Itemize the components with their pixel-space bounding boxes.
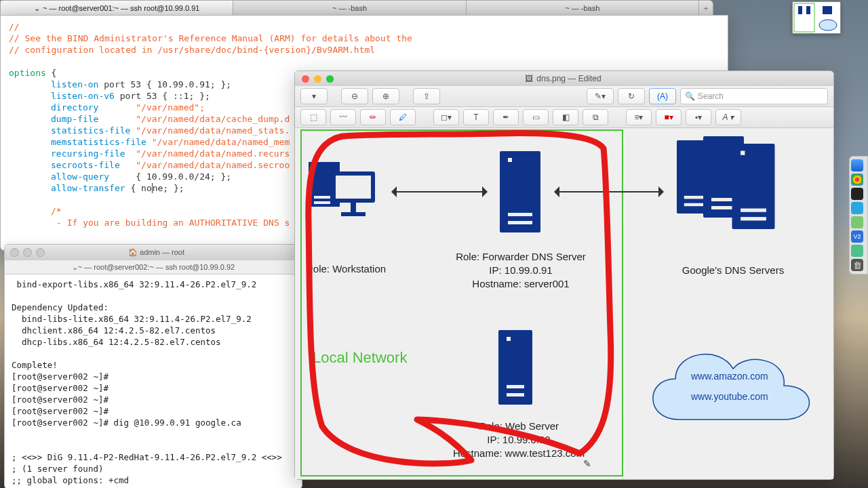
view-menu-button[interactable]: ▾ — [300, 88, 328, 104]
google-dns-label: Google's DNS Servers — [658, 264, 808, 277]
minimize-icon[interactable] — [314, 75, 321, 83]
server-icon — [498, 330, 532, 405]
window-title: dns.png — Edited — [536, 74, 601, 83]
text-tool[interactable]: T — [463, 109, 489, 125]
close-icon[interactable] — [10, 248, 19, 257]
stroke-color[interactable]: ■▾ — [656, 109, 682, 125]
cloud-text: www.amazon.com — [691, 371, 768, 382]
close-icon[interactable] — [302, 75, 309, 83]
svg-rect-1 — [314, 196, 330, 199]
line-style[interactable]: ≡▾ — [626, 109, 652, 125]
share-button[interactable]: ⇪ — [413, 88, 440, 104]
arrow-icon — [395, 191, 484, 192]
webserver-label: Role: Web ServerIP: 10.99.0.92Hostname: … — [444, 420, 593, 460]
lasso-tool[interactable]: 〰 — [330, 109, 356, 125]
preview-window: 🖼dns.png — Edited ▾ ⊖ ⊕ ⇪ ✎▾ ↻ (A) 🔍Sear… — [294, 70, 834, 480]
dock-app-icon[interactable]: V2 — [851, 230, 863, 243]
zoom-in-button[interactable]: ⊕ — [372, 88, 399, 104]
local-network-label: Local Network — [313, 349, 407, 367]
workstation-label: Role: Workstation — [306, 262, 386, 276]
terminal-tab-2[interactable]: ~ — -bash — [233, 1, 466, 16]
terminal-tab-3[interactable]: ~ — -bash — [467, 1, 699, 16]
note-tool[interactable]: ▭ — [523, 109, 549, 125]
forwarder-label: Role: Forwarder DNS ServerIP: 10.99.0.91… — [450, 250, 592, 291]
dock-terminal-icon[interactable] — [851, 188, 863, 200]
window-title: admin — root — [140, 248, 184, 256]
draw-tool[interactable]: 🖊 — [390, 109, 416, 125]
image-icon: 🖼 — [525, 74, 533, 83]
cloud-icon: www.amazon.com www.youtube.com — [638, 331, 821, 440]
shapes-tool[interactable]: ◻▾ — [433, 109, 459, 125]
code-keyword: options — [9, 68, 46, 78]
window-titlebar[interactable]: 🖼dns.png — Edited — [295, 71, 833, 86]
text-style[interactable]: A ▾ — [715, 109, 741, 125]
code-comment: // configuration located in /usr/share/d… — [9, 45, 375, 55]
zoom-out-button[interactable]: ⊖ — [341, 88, 368, 104]
svg-rect-7 — [794, 3, 814, 32]
pencil-cursor-icon: ✎ — [583, 458, 591, 469]
server-icon — [500, 151, 540, 232]
terminal-tab-bar: ⌄~ — root@server001:~ — ssh root@10.99.0… — [0, 0, 713, 16]
dock-chrome-icon[interactable] — [851, 174, 863, 186]
image-canvas[interactable]: Role: Workstation Role: Forwarder DNS Se… — [295, 128, 833, 479]
add-tab-button[interactable]: + — [699, 1, 713, 16]
svg-rect-5 — [351, 203, 356, 212]
code-comment: // See the BIND Administrator's Referenc… — [9, 33, 412, 43]
search-placeholder: Search — [698, 92, 724, 101]
window-titlebar[interactable]: 🏠 admin — root — [5, 245, 302, 260]
dock: V2 🗑 — [849, 156, 868, 274]
zoom-icon[interactable] — [326, 75, 334, 83]
preview-toolbar-markup: ⬚ 〰 ✏ 🖊 ◻▾ T ✒ ▭ ◧ ⧉ ≡▾ ■▾ ▪▾ A ▾ — [295, 107, 833, 128]
markup-toggle-button[interactable]: (A) — [649, 88, 676, 104]
svg-rect-9 — [806, 6, 810, 14]
sketch-tool[interactable]: ✏ — [360, 109, 386, 125]
color-adjust-tool[interactable]: ◧ — [553, 109, 578, 125]
svg-rect-8 — [798, 6, 802, 14]
server-group-icon — [675, 136, 783, 231]
dock-app-icon[interactable] — [851, 245, 863, 257]
zoom-icon[interactable] — [36, 248, 45, 257]
terminal-tab[interactable]: ⌄ ~ — root@server002:~ — ssh root@10.99.… — [5, 260, 302, 274]
dock-finder-icon[interactable] — [851, 159, 863, 171]
dock-app-icon[interactable] — [851, 216, 863, 228]
sign-tool[interactable]: ✒ — [493, 109, 519, 125]
terminal-window-2[interactable]: 🏠 admin — root ⌄ ~ — root@server002:~ — … — [4, 244, 302, 488]
code-comment: // — [9, 22, 20, 32]
fill-color[interactable]: ▪▾ — [686, 109, 711, 125]
selection-tool[interactable]: ⬚ — [300, 109, 326, 125]
terminal-output[interactable]: bind-export-libs.x86_64 32:9.11.4-26.P2.… — [5, 274, 302, 488]
desktop-thumbnail[interactable] — [792, 1, 841, 34]
rotate-button[interactable]: ↻ — [618, 88, 645, 104]
preview-toolbar-main: ▾ ⊖ ⊕ ⇪ ✎▾ ↻ (A) 🔍Search — [295, 86, 833, 107]
dock-app-icon[interactable] — [851, 202, 863, 214]
arrow-icon — [558, 191, 660, 192]
svg-rect-6 — [341, 212, 366, 216]
svg-rect-2 — [314, 201, 330, 204]
search-icon: 🔍 — [685, 92, 695, 101]
svg-rect-4 — [336, 176, 371, 199]
cloud-text: www.youtube.com — [691, 391, 768, 402]
svg-point-11 — [819, 20, 837, 30]
mask-tool[interactable]: ⧉ — [583, 109, 608, 125]
markup-button[interactable]: ✎▾ — [587, 88, 614, 104]
workstation-icon — [309, 162, 383, 226]
dock-trash-icon[interactable]: 🗑 — [851, 259, 863, 271]
svg-rect-10 — [823, 6, 832, 14]
search-input[interactable]: 🔍Search — [680, 88, 828, 104]
terminal-tab-1[interactable]: ⌄~ — root@server001:~ — ssh root@10.99.0… — [1, 1, 233, 16]
minimize-icon[interactable] — [23, 248, 32, 257]
